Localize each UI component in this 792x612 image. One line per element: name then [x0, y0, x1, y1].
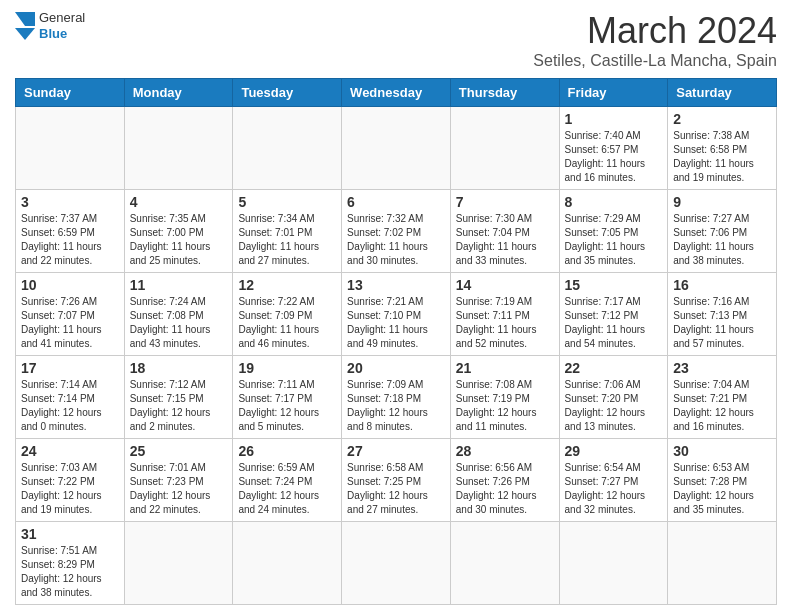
calendar-cell: 31Sunrise: 7:51 AM Sunset: 8:29 PM Dayli… [16, 522, 125, 605]
day-number: 2 [673, 111, 771, 127]
weekday-header-saturday: Saturday [668, 79, 777, 107]
calendar-cell: 24Sunrise: 7:03 AM Sunset: 7:22 PM Dayli… [16, 439, 125, 522]
day-info: Sunrise: 7:35 AM Sunset: 7:00 PM Dayligh… [130, 212, 228, 268]
day-info: Sunrise: 7:24 AM Sunset: 7:08 PM Dayligh… [130, 295, 228, 351]
day-number: 7 [456, 194, 554, 210]
day-number: 18 [130, 360, 228, 376]
calendar-cell: 25Sunrise: 7:01 AM Sunset: 7:23 PM Dayli… [124, 439, 233, 522]
day-info: Sunrise: 7:12 AM Sunset: 7:15 PM Dayligh… [130, 378, 228, 434]
calendar-cell: 10Sunrise: 7:26 AM Sunset: 7:07 PM Dayli… [16, 273, 125, 356]
calendar-cell [450, 522, 559, 605]
day-number: 20 [347, 360, 445, 376]
week-row-5: 31Sunrise: 7:51 AM Sunset: 8:29 PM Dayli… [16, 522, 777, 605]
calendar-cell: 8Sunrise: 7:29 AM Sunset: 7:05 PM Daylig… [559, 190, 668, 273]
calendar-cell: 27Sunrise: 6:58 AM Sunset: 7:25 PM Dayli… [342, 439, 451, 522]
calendar-cell [559, 522, 668, 605]
week-row-1: 3Sunrise: 7:37 AM Sunset: 6:59 PM Daylig… [16, 190, 777, 273]
weekday-header-thursday: Thursday [450, 79, 559, 107]
day-info: Sunrise: 7:21 AM Sunset: 7:10 PM Dayligh… [347, 295, 445, 351]
day-number: 1 [565, 111, 663, 127]
day-number: 25 [130, 443, 228, 459]
weekday-header-tuesday: Tuesday [233, 79, 342, 107]
calendar-cell: 16Sunrise: 7:16 AM Sunset: 7:13 PM Dayli… [668, 273, 777, 356]
header: General Blue March 2024 Setiles, Castill… [15, 10, 777, 70]
day-info: Sunrise: 7:27 AM Sunset: 7:06 PM Dayligh… [673, 212, 771, 268]
weekday-header-friday: Friday [559, 79, 668, 107]
month-title: March 2024 [533, 10, 777, 52]
calendar-cell [124, 107, 233, 190]
day-number: 23 [673, 360, 771, 376]
day-number: 10 [21, 277, 119, 293]
day-number: 17 [21, 360, 119, 376]
calendar-cell: 14Sunrise: 7:19 AM Sunset: 7:11 PM Dayli… [450, 273, 559, 356]
weekday-header-sunday: Sunday [16, 79, 125, 107]
week-row-0: 1Sunrise: 7:40 AM Sunset: 6:57 PM Daylig… [16, 107, 777, 190]
day-number: 30 [673, 443, 771, 459]
day-info: Sunrise: 7:14 AM Sunset: 7:14 PM Dayligh… [21, 378, 119, 434]
calendar-cell: 4Sunrise: 7:35 AM Sunset: 7:00 PM Daylig… [124, 190, 233, 273]
day-number: 29 [565, 443, 663, 459]
calendar-cell: 13Sunrise: 7:21 AM Sunset: 7:10 PM Dayli… [342, 273, 451, 356]
day-number: 5 [238, 194, 336, 210]
page: General Blue March 2024 Setiles, Castill… [0, 0, 792, 612]
day-info: Sunrise: 7:34 AM Sunset: 7:01 PM Dayligh… [238, 212, 336, 268]
calendar-cell: 23Sunrise: 7:04 AM Sunset: 7:21 PM Dayli… [668, 356, 777, 439]
day-info: Sunrise: 7:22 AM Sunset: 7:09 PM Dayligh… [238, 295, 336, 351]
calendar-cell: 30Sunrise: 6:53 AM Sunset: 7:28 PM Dayli… [668, 439, 777, 522]
day-info: Sunrise: 6:56 AM Sunset: 7:26 PM Dayligh… [456, 461, 554, 517]
calendar-cell [450, 107, 559, 190]
calendar-cell: 18Sunrise: 7:12 AM Sunset: 7:15 PM Dayli… [124, 356, 233, 439]
day-number: 31 [21, 526, 119, 542]
calendar-cell: 20Sunrise: 7:09 AM Sunset: 7:18 PM Dayli… [342, 356, 451, 439]
weekday-header-row: SundayMondayTuesdayWednesdayThursdayFrid… [16, 79, 777, 107]
calendar-cell: 17Sunrise: 7:14 AM Sunset: 7:14 PM Dayli… [16, 356, 125, 439]
day-info: Sunrise: 7:03 AM Sunset: 7:22 PM Dayligh… [21, 461, 119, 517]
day-info: Sunrise: 7:29 AM Sunset: 7:05 PM Dayligh… [565, 212, 663, 268]
calendar-cell: 29Sunrise: 6:54 AM Sunset: 7:27 PM Dayli… [559, 439, 668, 522]
calendar-table: SundayMondayTuesdayWednesdayThursdayFrid… [15, 78, 777, 605]
calendar-cell: 3Sunrise: 7:37 AM Sunset: 6:59 PM Daylig… [16, 190, 125, 273]
day-info: Sunrise: 7:01 AM Sunset: 7:23 PM Dayligh… [130, 461, 228, 517]
day-info: Sunrise: 7:09 AM Sunset: 7:18 PM Dayligh… [347, 378, 445, 434]
calendar-cell: 1Sunrise: 7:40 AM Sunset: 6:57 PM Daylig… [559, 107, 668, 190]
calendar-cell: 19Sunrise: 7:11 AM Sunset: 7:17 PM Dayli… [233, 356, 342, 439]
day-info: Sunrise: 7:04 AM Sunset: 7:21 PM Dayligh… [673, 378, 771, 434]
calendar-cell: 2Sunrise: 7:38 AM Sunset: 6:58 PM Daylig… [668, 107, 777, 190]
day-info: Sunrise: 6:59 AM Sunset: 7:24 PM Dayligh… [238, 461, 336, 517]
day-info: Sunrise: 7:32 AM Sunset: 7:02 PM Dayligh… [347, 212, 445, 268]
day-number: 28 [456, 443, 554, 459]
day-info: Sunrise: 7:40 AM Sunset: 6:57 PM Dayligh… [565, 129, 663, 185]
day-number: 12 [238, 277, 336, 293]
week-row-2: 10Sunrise: 7:26 AM Sunset: 7:07 PM Dayli… [16, 273, 777, 356]
calendar-cell: 15Sunrise: 7:17 AM Sunset: 7:12 PM Dayli… [559, 273, 668, 356]
week-row-4: 24Sunrise: 7:03 AM Sunset: 7:22 PM Dayli… [16, 439, 777, 522]
logo-container: General Blue [15, 10, 85, 41]
svg-marker-0 [15, 12, 35, 26]
calendar-cell: 21Sunrise: 7:08 AM Sunset: 7:19 PM Dayli… [450, 356, 559, 439]
day-info: Sunrise: 6:58 AM Sunset: 7:25 PM Dayligh… [347, 461, 445, 517]
day-info: Sunrise: 7:37 AM Sunset: 6:59 PM Dayligh… [21, 212, 119, 268]
day-info: Sunrise: 7:06 AM Sunset: 7:20 PM Dayligh… [565, 378, 663, 434]
day-info: Sunrise: 7:51 AM Sunset: 8:29 PM Dayligh… [21, 544, 119, 600]
day-info: Sunrise: 7:19 AM Sunset: 7:11 PM Dayligh… [456, 295, 554, 351]
logo-text: General Blue [39, 10, 85, 41]
day-info: Sunrise: 7:16 AM Sunset: 7:13 PM Dayligh… [673, 295, 771, 351]
day-number: 21 [456, 360, 554, 376]
day-number: 9 [673, 194, 771, 210]
day-number: 24 [21, 443, 119, 459]
day-info: Sunrise: 7:08 AM Sunset: 7:19 PM Dayligh… [456, 378, 554, 434]
calendar-cell: 11Sunrise: 7:24 AM Sunset: 7:08 PM Dayli… [124, 273, 233, 356]
calendar-cell [342, 522, 451, 605]
calendar-cell: 7Sunrise: 7:30 AM Sunset: 7:04 PM Daylig… [450, 190, 559, 273]
svg-marker-1 [15, 28, 35, 40]
day-info: Sunrise: 7:38 AM Sunset: 6:58 PM Dayligh… [673, 129, 771, 185]
day-info: Sunrise: 6:54 AM Sunset: 7:27 PM Dayligh… [565, 461, 663, 517]
day-info: Sunrise: 7:17 AM Sunset: 7:12 PM Dayligh… [565, 295, 663, 351]
day-number: 27 [347, 443, 445, 459]
day-number: 26 [238, 443, 336, 459]
day-number: 4 [130, 194, 228, 210]
day-number: 19 [238, 360, 336, 376]
calendar-cell [233, 522, 342, 605]
day-number: 8 [565, 194, 663, 210]
day-number: 13 [347, 277, 445, 293]
